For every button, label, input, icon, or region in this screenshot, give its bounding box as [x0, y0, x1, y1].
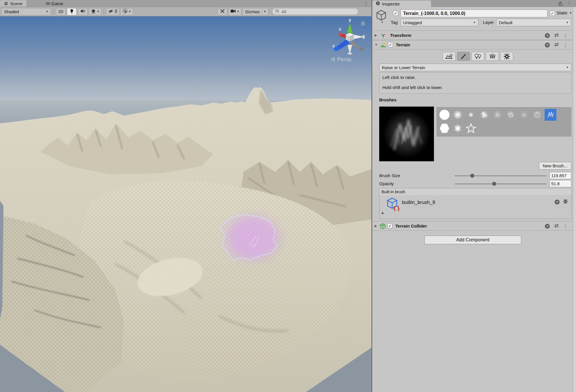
- chevron-down-icon[interactable]: ▼: [97, 10, 99, 13]
- brush-palette: [437, 107, 571, 137]
- create-neighbor-terrains-button[interactable]: [443, 52, 456, 61]
- inspector-menu-icon[interactable]: ⋮: [567, 1, 571, 6]
- gamepad-icon: [46, 1, 50, 6]
- opacity-slider-thumb[interactable]: [492, 182, 496, 186]
- terrain-settings-button[interactable]: [500, 52, 513, 61]
- chevron-down-icon[interactable]: ▼: [129, 10, 131, 13]
- camera-settings-button[interactable]: ▼: [228, 8, 241, 15]
- brush-item-hex[interactable]: [439, 122, 450, 134]
- inspector-lock-icon[interactable]: [558, 1, 563, 7]
- brush-item-star5[interactable]: [465, 122, 477, 134]
- brush-item-solid[interactable]: [439, 109, 450, 121]
- component-tools-button[interactable]: [218, 8, 227, 15]
- help-icon[interactable]: ?: [555, 200, 560, 204]
- paint-trees-button[interactable]: [471, 52, 484, 61]
- gizmo-center-cube: [346, 33, 354, 41]
- brush-item-cloud[interactable]: [478, 109, 490, 121]
- builtin-brush-name: builtin_brush_9: [402, 200, 435, 205]
- help-line-1: Left click to raise.: [382, 75, 568, 80]
- svg-text:{}: {}: [393, 205, 400, 211]
- gizmos-dropdown[interactable]: Gizmos ▼: [243, 8, 269, 15]
- terrain-brush-decal: [219, 209, 288, 268]
- brush-size-slider[interactable]: [455, 175, 547, 176]
- tab-game[interactable]: Game: [41, 0, 67, 7]
- add-component-button[interactable]: Add Component: [424, 236, 521, 244]
- brush-size-value-field[interactable]: 119.857: [549, 172, 571, 179]
- terrain-collider-enabled-checkbox[interactable]: ✓: [387, 223, 392, 228]
- tab-scene-label: Scene: [10, 1, 22, 6]
- chevron-down-icon[interactable]: ▼: [237, 10, 239, 13]
- opacity-value-field[interactable]: 51.8: [549, 180, 571, 187]
- component-menu-icon[interactable]: ⋮: [563, 33, 568, 38]
- tab-inspector[interactable]: Inspector: [372, 1, 431, 7]
- brush-item-star6[interactable]: [452, 122, 464, 134]
- foldout-arrow-icon[interactable]: ▶: [375, 224, 377, 228]
- presets-icon[interactable]: [554, 33, 559, 38]
- gameobject-active-checkbox[interactable]: ✓: [393, 11, 398, 16]
- foldout-arrow-icon[interactable]: ▼: [375, 43, 378, 46]
- terrain-component-header[interactable]: ▼ ✓ Terrain ? ⋮: [372, 40, 573, 50]
- brush-size-slider-thumb[interactable]: [470, 174, 474, 178]
- scene-search-input[interactable]: All: [272, 8, 358, 15]
- static-label: Static: [557, 10, 568, 15]
- help-icon[interactable]: ?: [545, 43, 550, 48]
- terrain-tool-buttons: [443, 52, 513, 61]
- scene-tab-menu-icon[interactable]: ⋮: [364, 1, 369, 6]
- tag-layer-row: Tag Untagged ▼ Layer Default ▼: [372, 18, 573, 28]
- terrain-render: [0, 16, 371, 392]
- builtin-brush-bar[interactable]: Built-in brush: [379, 188, 572, 195]
- effects-toggle-button[interactable]: ▼: [89, 8, 101, 15]
- brush-item-streaks[interactable]: [545, 109, 556, 121]
- tag-label: Tag: [391, 20, 398, 25]
- inspector-scrollbar[interactable]: [573, 7, 576, 392]
- layer-dropdown[interactable]: Default ▼: [496, 19, 571, 26]
- brush-item-ring[interactable]: [531, 109, 543, 121]
- tab-scene[interactable]: Scene: [0, 0, 27, 7]
- presets-icon[interactable]: [554, 224, 559, 229]
- tab-game-label: Game: [52, 1, 63, 6]
- foldout-arrow-icon[interactable]: ▶: [375, 33, 377, 37]
- scene-viewport[interactable]: [0, 16, 371, 392]
- brush-item-dot[interactable]: [465, 109, 477, 121]
- static-checkbox[interactable]: ✓: [550, 11, 555, 16]
- brush-item-soft[interactable]: [452, 109, 464, 121]
- chevron-down-icon: ▼: [46, 10, 48, 13]
- terrain-collider-header[interactable]: ▶ ✓ Terrain Collider ? ⋮: [372, 221, 573, 231]
- projection-toggle[interactable]: Persp: [331, 56, 352, 63]
- brush-item-noise2[interactable]: [505, 109, 517, 121]
- transform-component-header[interactable]: ▶ Transform ? ⋮: [372, 31, 573, 40]
- brush-item-noise1[interactable]: [492, 109, 503, 121]
- layer-label: Layer: [483, 20, 494, 25]
- static-dropdown-icon[interactable]: ▼: [569, 12, 572, 14]
- gameobject-name-field[interactable]: Terrain_(-1000.0, 0.0, 1000.0): [401, 10, 547, 17]
- opacity-slider[interactable]: [455, 183, 547, 184]
- paint-details-button[interactable]: [486, 52, 499, 61]
- search-value: All: [281, 9, 286, 14]
- gizmo-lock-icon[interactable]: [361, 21, 366, 27]
- gear-icon[interactable]: [563, 199, 568, 205]
- grid-visibility-button[interactable]: ▼: [120, 8, 133, 15]
- tag-dropdown[interactable]: Untagged ▼: [401, 19, 478, 26]
- tools-icon: [220, 9, 225, 15]
- terrain-enabled-checkbox[interactable]: ✓: [388, 42, 393, 47]
- presets-icon[interactable]: [554, 42, 559, 48]
- new-brush-button[interactable]: New Brush...: [539, 162, 571, 170]
- 2d-toggle-button[interactable]: 2D: [56, 8, 66, 15]
- foldout-arrow-icon[interactable]: ▶: [382, 211, 384, 215]
- paint-terrain-button[interactable]: [457, 52, 470, 61]
- opacity-label: Opacity: [379, 181, 394, 186]
- dropdown-divider: [262, 9, 262, 14]
- trees-icon: [474, 53, 482, 60]
- lighting-toggle-button[interactable]: [67, 8, 77, 15]
- terrain-tool-dropdown[interactable]: Raise or Lower Terrain ▼: [379, 64, 571, 71]
- brush-item-noise3[interactable]: [518, 109, 530, 121]
- component-menu-icon[interactable]: ⋮: [563, 43, 568, 48]
- brush-size-value: 119.857: [551, 173, 566, 178]
- help-icon[interactable]: ?: [545, 224, 550, 229]
- shading-mode-dropdown[interactable]: Shaded ▼: [1, 8, 51, 15]
- help-icon[interactable]: ?: [545, 33, 550, 38]
- camera-icon: [231, 9, 236, 14]
- component-menu-icon[interactable]: ⋮: [563, 224, 568, 229]
- audio-toggle-button[interactable]: [78, 8, 88, 15]
- scene-visibility-button[interactable]: 0: [106, 8, 119, 15]
